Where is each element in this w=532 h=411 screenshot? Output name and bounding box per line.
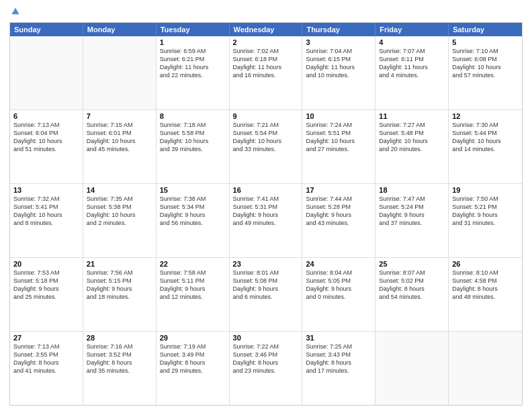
day-number: 7 — [87, 112, 152, 120]
cell-info-line: Daylight: 8 hours — [306, 359, 371, 367]
cell-info-line: Sunset: 5:54 PM — [233, 129, 299, 137]
day-number: 22 — [160, 260, 226, 268]
calendar-body: 1Sunrise: 6:59 AMSunset: 6:21 PMDaylight… — [10, 36, 522, 405]
cell-info-line: and 39 minutes. — [160, 145, 226, 153]
cell-info-line: and 43 minutes. — [306, 219, 371, 227]
day-number: 3 — [306, 38, 371, 46]
cal-cell: 19Sunrise: 7:50 AMSunset: 5:21 PMDayligh… — [449, 184, 522, 257]
cell-info-line: and 35 minutes. — [87, 367, 152, 375]
cell-info-line: Daylight: 9 hours — [233, 211, 299, 219]
cell-info-line: and 16 minutes. — [233, 71, 299, 79]
cell-info-line: Sunset: 5:28 PM — [306, 203, 371, 211]
cell-info-line: Sunset: 6:18 PM — [233, 55, 299, 63]
cell-info-line: Sunset: 6:11 PM — [379, 55, 445, 63]
cal-cell: 25Sunrise: 8:07 AMSunset: 5:02 PMDayligh… — [375, 258, 449, 331]
cell-info-line: Sunset: 5:18 PM — [13, 277, 79, 285]
cell-info-line: Daylight: 10 hours — [13, 211, 79, 219]
cal-cell: 31Sunrise: 7:25 AMSunset: 3:43 PMDayligh… — [302, 332, 375, 405]
cell-info-line: Sunrise: 7:16 AM — [87, 342, 152, 351]
cell-info-line: Daylight: 9 hours — [452, 211, 519, 219]
cell-info-line: Sunrise: 7:19 AM — [160, 342, 226, 351]
cell-info-line: and 20 minutes. — [379, 145, 445, 153]
cell-info-line: Sunset: 3:49 PM — [160, 351, 226, 359]
cal-cell: 16Sunrise: 7:41 AMSunset: 5:31 PMDayligh… — [230, 184, 303, 257]
cell-info-line: and 51 minutes. — [13, 145, 79, 153]
cal-cell: 12Sunrise: 7:30 AMSunset: 5:44 PMDayligh… — [449, 110, 522, 183]
day-number: 9 — [233, 112, 299, 120]
cell-info-line: and 37 minutes. — [379, 219, 445, 227]
cell-info-line: Sunset: 5:38 PM — [87, 203, 152, 211]
cell-info-line: Sunset: 3:46 PM — [233, 351, 299, 359]
cell-info-line: and 18 minutes. — [87, 293, 152, 301]
cell-info-line: Sunrise: 7:30 AM — [452, 121, 519, 129]
cal-cell: 20Sunrise: 7:53 AMSunset: 5:18 PMDayligh… — [10, 258, 83, 331]
logo-general — [9, 7, 20, 21]
header-day-sunday: Sunday — [10, 23, 83, 36]
day-number: 8 — [160, 112, 226, 120]
cell-info-line: Daylight: 10 hours — [233, 137, 299, 145]
day-number: 2 — [233, 38, 299, 46]
cal-cell: 7Sunrise: 7:15 AMSunset: 6:01 PMDaylight… — [83, 110, 157, 183]
cell-info-line: Sunset: 5:05 PM — [306, 277, 371, 285]
cell-info-line: Sunset: 5:34 PM — [160, 203, 226, 211]
cell-info-line: Daylight: 8 hours — [379, 285, 445, 293]
day-number: 17 — [306, 186, 371, 194]
cell-info-line: Sunset: 6:15 PM — [306, 55, 371, 63]
cal-cell — [10, 36, 83, 109]
cell-info-line: Daylight: 10 hours — [452, 137, 519, 145]
cal-cell: 8Sunrise: 7:18 AMSunset: 5:58 PMDaylight… — [157, 110, 230, 183]
cell-info-line: Sunset: 3:55 PM — [13, 351, 79, 359]
cell-info-line: Sunset: 4:58 PM — [452, 277, 519, 285]
cell-info-line: Sunrise: 7:47 AM — [379, 195, 445, 203]
cell-info-line: Daylight: 9 hours — [306, 285, 371, 293]
cell-info-line: Daylight: 11 hours — [160, 63, 226, 71]
cell-info-line: and 48 minutes. — [452, 293, 519, 301]
cell-info-line: and 12 minutes. — [160, 293, 226, 301]
cell-info-line: Daylight: 8 hours — [13, 359, 79, 367]
day-number: 6 — [13, 112, 79, 120]
day-number: 30 — [233, 334, 299, 342]
cell-info-line: Sunset: 5:08 PM — [233, 277, 299, 285]
cell-info-line: Daylight: 8 hours — [452, 285, 519, 293]
day-number: 13 — [13, 186, 79, 194]
cell-info-line: and 56 minutes. — [160, 219, 226, 227]
page: SundayMondayTuesdayWednesdayThursdayFrid… — [0, 0, 532, 411]
day-number: 20 — [13, 260, 79, 268]
cell-info-line: Sunset: 3:43 PM — [306, 351, 371, 359]
day-number: 23 — [233, 260, 299, 268]
cell-info-line: Sunrise: 8:04 AM — [306, 269, 371, 277]
cal-cell: 15Sunrise: 7:38 AMSunset: 5:34 PMDayligh… — [157, 184, 230, 257]
cal-week-1: 1Sunrise: 6:59 AMSunset: 6:21 PMDaylight… — [10, 36, 522, 109]
header-day-saturday: Saturday — [449, 23, 522, 36]
day-number: 5 — [452, 38, 519, 46]
cell-info-line: Sunrise: 8:07 AM — [379, 269, 445, 277]
cal-cell: 6Sunrise: 7:13 AMSunset: 6:04 PMDaylight… — [10, 110, 83, 183]
cell-info-line: and 49 minutes. — [233, 219, 299, 227]
day-number: 24 — [306, 260, 371, 268]
cell-info-line: Daylight: 10 hours — [87, 137, 152, 145]
cell-info-line: Daylight: 10 hours — [87, 211, 152, 219]
cell-info-line: Daylight: 11 hours — [233, 63, 299, 71]
cal-cell: 10Sunrise: 7:24 AMSunset: 5:51 PMDayligh… — [302, 110, 375, 183]
cal-cell — [83, 36, 157, 109]
cell-info-line: Daylight: 9 hours — [160, 285, 226, 293]
day-number: 14 — [87, 186, 152, 194]
day-number: 26 — [452, 260, 519, 268]
cal-cell: 3Sunrise: 7:04 AMSunset: 6:15 PMDaylight… — [302, 36, 375, 109]
cell-info-line: and 14 minutes. — [452, 145, 519, 153]
cell-info-line: Sunset: 5:21 PM — [452, 203, 519, 211]
cal-cell: 30Sunrise: 7:22 AMSunset: 3:46 PMDayligh… — [230, 332, 303, 405]
cal-cell: 13Sunrise: 7:32 AMSunset: 5:41 PMDayligh… — [10, 184, 83, 257]
cell-info-line: Sunrise: 7:27 AM — [379, 121, 445, 129]
cal-cell: 23Sunrise: 8:01 AMSunset: 5:08 PMDayligh… — [230, 258, 303, 331]
cal-cell: 21Sunrise: 7:56 AMSunset: 5:15 PMDayligh… — [83, 258, 157, 331]
day-number: 28 — [87, 334, 152, 342]
cell-info-line: Sunrise: 7:10 AM — [452, 47, 519, 55]
cell-info-line: and 41 minutes. — [13, 367, 79, 375]
cell-info-line: Sunrise: 7:50 AM — [452, 195, 519, 203]
header-day-friday: Friday — [375, 23, 449, 36]
cell-info-line: and 4 minutes. — [379, 71, 445, 79]
cell-info-line: and 8 minutes. — [13, 219, 79, 227]
cell-info-line: and 54 minutes. — [379, 293, 445, 301]
day-number: 19 — [452, 186, 519, 194]
